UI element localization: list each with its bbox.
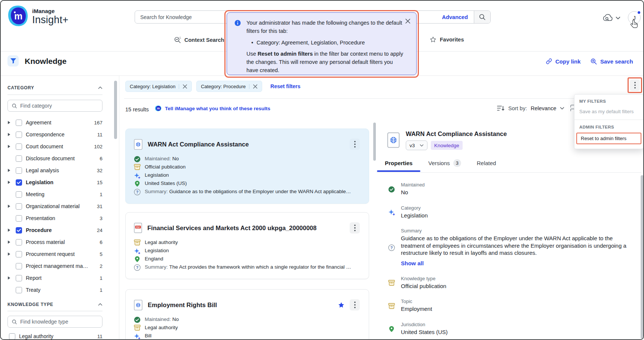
sidebar-filter-item[interactable]: Correspondence11 [7, 129, 102, 140]
advanced-search-link[interactable]: Advanced [442, 14, 468, 20]
copy-link-button[interactable]: Copy link [546, 58, 581, 65]
expand-caret-icon[interactable] [7, 180, 13, 184]
result-kebab-button[interactable] [350, 222, 360, 234]
filter-item-label: Correspondence [26, 132, 65, 137]
checkbox[interactable] [16, 155, 22, 162]
reset-filters-link[interactable]: Reset filters [270, 83, 300, 89]
expand-caret-icon[interactable] [7, 204, 13, 208]
filter-item-label: Meeting [26, 191, 45, 197]
filter-bar-context-menu-button[interactable] [630, 80, 640, 91]
checkbox[interactable] [16, 239, 22, 245]
chevron-down-icon[interactable] [616, 16, 620, 20]
property-label: Topic [401, 299, 432, 304]
sidebar-scrollbar[interactable] [114, 81, 117, 139]
sidebar-filter-item[interactable]: Court document102 [7, 140, 102, 152]
category-section-header[interactable]: CATEGORY [7, 85, 102, 90]
sidebar-filter-item[interactable]: Procurement request5 [7, 248, 102, 260]
checkbox[interactable] [16, 215, 22, 222]
sidebar-filter-item[interactable]: Process material6 [7, 236, 102, 248]
expand-caret-icon[interactable] [7, 121, 13, 124]
find-knowledge-type-input[interactable] [20, 319, 98, 325]
sidebar-filter-item[interactable]: Legal authority11 [7, 330, 102, 339]
sidebar-filter-item[interactable]: Meeting1 [7, 188, 102, 200]
filter-chip[interactable]: Category: Procedure [196, 81, 262, 92]
remove-filter-icon[interactable] [179, 84, 187, 89]
feedback-link[interactable]: m Tell iManage what you think of these r… [155, 105, 270, 111]
result-title: WARN Act Compliance Assistance [148, 141, 249, 148]
attribute-text: Bill [145, 332, 151, 340]
expand-caret-icon[interactable] [7, 276, 13, 280]
sidebar-filter-item[interactable]: Presentation3 [7, 212, 102, 224]
sidebar-filter-item[interactable]: Legislation15 [7, 176, 102, 188]
find-category-input[interactable] [20, 103, 98, 109]
checkbox[interactable] [16, 251, 22, 257]
checkbox-checked[interactable] [16, 227, 22, 234]
knowledge-type-section-header[interactable]: KNOWLEDGE TYPE [7, 302, 102, 307]
results-scrollbar[interactable] [373, 123, 376, 161]
checkbox[interactable] [16, 143, 22, 150]
checkbox[interactable] [16, 120, 22, 126]
sidebar-filter-item[interactable]: Report1 [7, 272, 102, 284]
app-logo: m iManage Insight+ [7, 5, 68, 27]
imanage-logo-icon: m [7, 5, 28, 27]
detail-scrollbar[interactable] [641, 175, 644, 339]
avatar-initial: J [633, 15, 636, 21]
sidebar-filter-item[interactable]: Organizational material31 [7, 200, 102, 212]
favorite-star-icon[interactable] [338, 302, 345, 309]
result-card[interactable]: PDFFinancial Services and Markets Act 20… [125, 212, 369, 279]
sidebar-filter-item[interactable]: Treaty1 [7, 284, 102, 296]
tab-related[interactable]: Related [469, 160, 504, 171]
result-attribute-row: ?Summary:Guidance as to the obligations … [134, 188, 360, 196]
checkbox[interactable] [16, 203, 22, 210]
kebab-icon [634, 82, 636, 89]
result-card[interactable]: WARN Act Compliance AssistanceMaintained… [125, 129, 369, 204]
checkbox[interactable] [16, 263, 22, 269]
sidebar-filter-item[interactable]: Disclosure document6 [7, 152, 102, 164]
sidebar-filter-item[interactable]: Agreement167 [7, 117, 102, 129]
menu-item-reset-admin-filters[interactable]: Reset to admin filters [576, 133, 641, 144]
checkbox-checked[interactable] [16, 179, 22, 186]
tab-properties[interactable]: Properties [377, 160, 420, 171]
sort-control[interactable]: Sort by: Relevance [497, 105, 564, 111]
search-icon [479, 13, 486, 21]
expand-caret-icon[interactable] [7, 145, 13, 148]
tab-versions[interactable]: Versions3 [420, 159, 469, 172]
filter-item-label: Legal analysis [26, 167, 59, 173]
cloud-search-icon[interactable] [602, 13, 613, 22]
expand-caret-icon[interactable] [7, 240, 13, 244]
result-kebab-button[interactable] [350, 139, 360, 150]
close-icon[interactable] [405, 18, 411, 24]
result-kebab-button[interactable] [350, 299, 360, 310]
notification-line1: Your administrator has made the followin… [246, 19, 405, 35]
menu-item-save-default-filters[interactable]: Save as my default filters [574, 109, 643, 114]
sidebar-filter-item[interactable]: Procedure24 [7, 224, 102, 236]
expand-caret-icon[interactable] [7, 169, 13, 172]
checkbox[interactable] [16, 167, 22, 174]
filter-item-count: 102 [94, 144, 102, 149]
tab-favorites[interactable]: Favorites [430, 36, 464, 43]
save-search-button[interactable]: Save search [590, 58, 633, 65]
sidebar-filter-item[interactable]: Legal analysis32 [7, 164, 102, 176]
checkbox[interactable] [16, 275, 22, 281]
result-card[interactable]: Employment Rights BillMaintained:NoLegal… [125, 289, 369, 340]
checkbox[interactable] [16, 132, 22, 138]
filter-chip[interactable]: Category: Legislation [125, 81, 192, 92]
expand-caret-icon[interactable] [7, 228, 13, 232]
checkbox[interactable] [9, 333, 15, 340]
search-button[interactable] [474, 11, 490, 23]
result-attribute-row: Legal authority [134, 324, 360, 332]
checkbox[interactable] [16, 287, 22, 293]
sidebar-filter-item[interactable]: Project management mater...2 [7, 260, 102, 272]
show-all-link[interactable]: Show all [401, 260, 424, 266]
checkbox[interactable] [16, 191, 22, 198]
tab-context-search[interactable]: Context Search [174, 36, 224, 43]
property-item: TopicEmployment [387, 299, 634, 313]
expand-caret-icon[interactable] [7, 252, 13, 256]
filter-item-count: 1 [99, 275, 102, 281]
version-dropdown[interactable]: v3 [406, 140, 427, 150]
result-attribute-row: Legislation [134, 171, 360, 179]
expand-caret-icon[interactable] [7, 133, 13, 136]
remove-filter-icon[interactable] [249, 84, 258, 89]
tab-label: Properties [385, 160, 413, 166]
menu-section-admin-filters: ADMIN FILTERS [574, 125, 643, 129]
